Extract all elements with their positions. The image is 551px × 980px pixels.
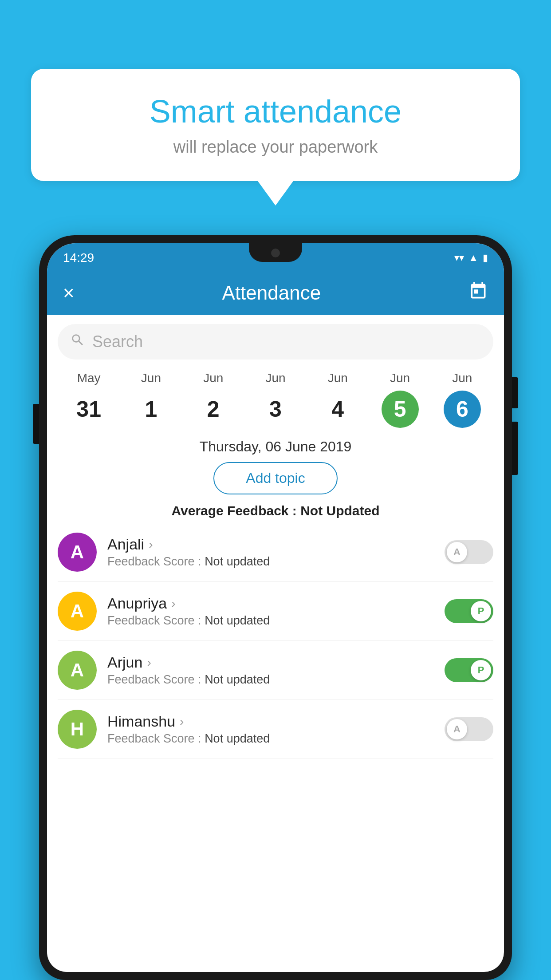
toggle-knob: P bbox=[471, 660, 491, 680]
calendar-day-3[interactable]: Jun3 bbox=[257, 371, 294, 428]
selected-date: Thursday, 06 June 2019 bbox=[47, 428, 504, 462]
add-topic-button[interactable]: Add topic bbox=[213, 462, 338, 494]
avg-feedback: Average Feedback : Not Updated bbox=[47, 503, 504, 518]
cal-month: Jun bbox=[328, 371, 348, 385]
notch-camera bbox=[271, 249, 280, 257]
student-avatar: A bbox=[58, 533, 97, 572]
toggle-knob: P bbox=[471, 601, 491, 621]
cal-date[interactable]: 1 bbox=[132, 391, 169, 428]
calendar-icon[interactable] bbox=[468, 281, 488, 305]
cal-month: Jun bbox=[141, 371, 161, 385]
speech-bubble-container: Smart attendance will replace your paper… bbox=[31, 69, 520, 205]
side-button-right-mid bbox=[512, 422, 518, 475]
cal-date[interactable]: 5 bbox=[382, 391, 419, 428]
student-name: Himanshu › bbox=[107, 713, 434, 730]
toggle-switch[interactable]: A bbox=[445, 540, 493, 564]
phone-frame: 14:29 ▾▾ ▲ ▮ × Attendance bbox=[39, 235, 512, 980]
student-list: AAnjali ›Feedback Score : Not updatedAAA… bbox=[47, 523, 504, 759]
side-button-right-top bbox=[512, 377, 518, 408]
student-avatar: A bbox=[58, 651, 97, 690]
calendar-day-5[interactable]: Jun5 bbox=[382, 371, 419, 428]
cal-month: Jun bbox=[452, 371, 472, 385]
attendance-toggle[interactable]: P bbox=[445, 658, 493, 682]
toggle-switch[interactable]: P bbox=[445, 599, 493, 623]
search-input[interactable]: Search bbox=[92, 332, 143, 351]
student-name: Anupriya › bbox=[107, 595, 434, 612]
student-info: Himanshu ›Feedback Score : Not updated bbox=[107, 713, 434, 746]
student-info: Anjali ›Feedback Score : Not updated bbox=[107, 536, 434, 569]
toggle-switch[interactable]: P bbox=[445, 658, 493, 682]
battery-icon: ▮ bbox=[483, 252, 488, 264]
student-feedback: Feedback Score : Not updated bbox=[107, 732, 434, 746]
wifi-icon: ▾▾ bbox=[454, 252, 464, 264]
side-button-left bbox=[33, 404, 39, 444]
cal-date[interactable]: 31 bbox=[70, 391, 107, 428]
close-button[interactable]: × bbox=[63, 283, 75, 303]
student-avatar: H bbox=[58, 710, 97, 749]
student-feedback: Feedback Score : Not updated bbox=[107, 614, 434, 628]
speech-bubble: Smart attendance will replace your paper… bbox=[31, 69, 520, 181]
notch bbox=[249, 243, 302, 262]
header-title: Attendance bbox=[222, 282, 321, 304]
speech-bubble-arrow bbox=[258, 181, 293, 205]
cal-date[interactable]: 6 bbox=[444, 391, 481, 428]
toggle-switch[interactable]: A bbox=[445, 717, 493, 741]
calendar-day-6[interactable]: Jun6 bbox=[444, 371, 481, 428]
toggle-knob: A bbox=[447, 542, 467, 562]
cal-date[interactable]: 4 bbox=[319, 391, 356, 428]
search-icon bbox=[70, 332, 85, 351]
cal-month: May bbox=[77, 371, 101, 385]
search-bar[interactable]: Search bbox=[58, 324, 493, 360]
chevron-icon: › bbox=[149, 537, 153, 552]
status-icons: ▾▾ ▲ ▮ bbox=[454, 252, 488, 264]
calendar-day-4[interactable]: Jun4 bbox=[319, 371, 356, 428]
student-name: Arjun › bbox=[107, 654, 434, 671]
calendar-day-1[interactable]: Jun1 bbox=[132, 371, 169, 428]
speech-bubble-subtitle: will replace your paperwork bbox=[58, 138, 493, 157]
toggle-knob: A bbox=[447, 719, 467, 739]
student-item-anjali[interactable]: AAnjali ›Feedback Score : Not updatedA bbox=[58, 523, 493, 582]
student-info: Arjun ›Feedback Score : Not updated bbox=[107, 654, 434, 687]
signal-icon: ▲ bbox=[468, 252, 478, 264]
student-item-arjun[interactable]: AArjun ›Feedback Score : Not updatedP bbox=[58, 641, 493, 700]
student-name: Anjali › bbox=[107, 536, 434, 553]
chevron-icon: › bbox=[147, 656, 151, 670]
cal-date[interactable]: 2 bbox=[195, 391, 232, 428]
student-item-anupriya[interactable]: AAnupriya ›Feedback Score : Not updatedP bbox=[58, 582, 493, 641]
app-header: × Attendance bbox=[47, 271, 504, 315]
status-time: 14:29 bbox=[63, 251, 94, 265]
calendar-day-2[interactable]: Jun2 bbox=[195, 371, 232, 428]
speech-bubble-title: Smart attendance bbox=[58, 93, 493, 130]
phone-screen: 14:29 ▾▾ ▲ ▮ × Attendance bbox=[47, 243, 504, 972]
student-avatar: A bbox=[58, 592, 97, 631]
student-feedback: Feedback Score : Not updated bbox=[107, 673, 434, 687]
student-item-himanshu[interactable]: HHimanshu ›Feedback Score : Not updatedA bbox=[58, 700, 493, 759]
attendance-toggle[interactable]: A bbox=[445, 717, 493, 741]
chevron-icon: › bbox=[180, 715, 184, 729]
cal-date[interactable]: 3 bbox=[257, 391, 294, 428]
cal-month: Jun bbox=[390, 371, 410, 385]
chevron-icon: › bbox=[171, 597, 175, 611]
student-feedback: Feedback Score : Not updated bbox=[107, 555, 434, 569]
calendar-strip: May31Jun1Jun2Jun3Jun4Jun5Jun6 bbox=[47, 367, 504, 428]
cal-month: Jun bbox=[203, 371, 223, 385]
student-info: Anupriya ›Feedback Score : Not updated bbox=[107, 595, 434, 628]
cal-month: Jun bbox=[265, 371, 285, 385]
attendance-toggle[interactable]: P bbox=[445, 599, 493, 623]
attendance-toggle[interactable]: A bbox=[445, 540, 493, 564]
calendar-day-31[interactable]: May31 bbox=[70, 371, 107, 428]
